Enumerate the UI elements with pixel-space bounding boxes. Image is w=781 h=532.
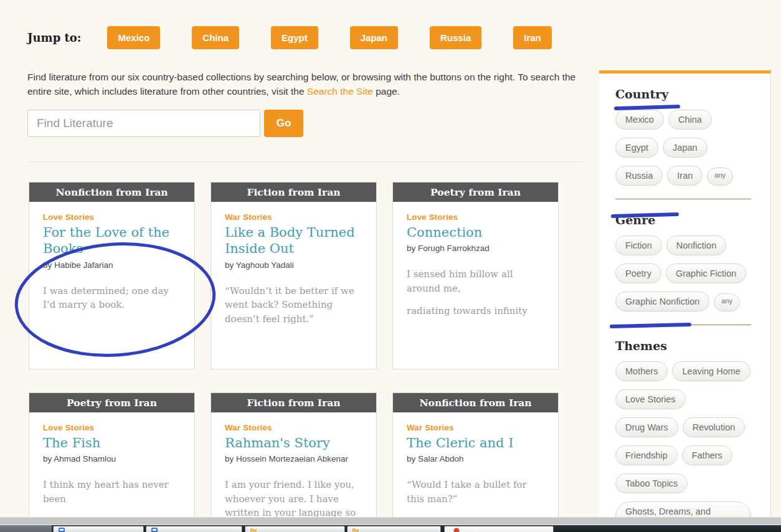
taskbar-button-folder-1[interactable]: [245, 526, 345, 532]
card-excerpt: I sensed him billow all around me, radia…: [407, 267, 544, 318]
red-app-icon: [453, 528, 460, 532]
literature-card: Nonfiction from Iran Love Stories For th…: [29, 182, 195, 369]
country-pill-egypt[interactable]: Egypt: [615, 138, 658, 158]
theme-tag[interactable]: War Stories: [225, 212, 362, 222]
theme-pill-love-stories[interactable]: Love Stories: [615, 389, 686, 409]
card-header: Nonfiction from Iran: [393, 393, 558, 412]
card-author: by Hossein Mortezaeian Abkenar: [225, 454, 362, 463]
theme-pill-leaving-home[interactable]: Leaving Home: [672, 361, 750, 381]
card-title-link[interactable]: Rahman's Story: [225, 435, 362, 452]
sidebar-divider: [615, 199, 751, 199]
card-excerpt: I think my heart has never been: [43, 478, 181, 506]
jump-button-egypt[interactable]: Egypt: [271, 26, 318, 49]
genre-pills: Fiction Nonfiction Poetry Graphic Fictio…: [615, 235, 755, 320]
theme-pills: Mothers Leaving Home Love Stories Drug W…: [615, 361, 755, 532]
card-author: by Ahmad Shamlou: [43, 454, 181, 463]
content-divider: [27, 161, 584, 162]
country-pill-iran[interactable]: Iran: [667, 166, 703, 186]
intro-paragraph: Find literature from our six country-bas…: [27, 70, 584, 99]
literature-card: Fiction from Iran War Stories Like a Bod…: [211, 182, 377, 369]
jump-button-iran[interactable]: Iran: [513, 26, 552, 49]
card-header: Fiction from Iran: [211, 183, 376, 202]
country-pill-japan[interactable]: Japan: [663, 138, 708, 158]
card-title-link[interactable]: Connection: [407, 224, 544, 241]
genre-pill-graphic-nonfiction[interactable]: Graphic Nonfiction: [615, 292, 709, 311]
jump-button-china[interactable]: China: [192, 26, 239, 49]
intro-text-before: Find literature from our six country-bas…: [27, 72, 575, 97]
country-pill-russia[interactable]: Russia: [615, 166, 663, 186]
browser-window-icon: [151, 528, 158, 532]
card-title-link[interactable]: For the Love of the Books: [43, 224, 181, 257]
card-title-link[interactable]: The Cleric and I: [407, 435, 544, 452]
jump-button-russia[interactable]: Russia: [430, 26, 481, 49]
main-content: Jump to: Mexico China Egypt Japan Russia…: [27, 0, 584, 532]
taskbar: [0, 525, 781, 532]
genre-pill-any[interactable]: any: [714, 293, 740, 311]
search-row: Go: [27, 110, 584, 137]
page: { "colors": { "accent_orange": "#F2951F"…: [0, 0, 781, 532]
card-excerpt: “Would I take a bullet for this man?”: [407, 478, 544, 506]
taskbar-button-folder-2[interactable]: [347, 526, 441, 532]
horizontal-scrollbar[interactable]: [0, 517, 781, 525]
theme-tag[interactable]: Love Stories: [43, 212, 181, 222]
jump-button-japan[interactable]: Japan: [350, 26, 398, 49]
theme-pill-fathers[interactable]: Fathers: [682, 445, 732, 465]
card-author: by Habibe Jafarian: [43, 260, 181, 270]
taskbar-button-browser-2[interactable]: [146, 526, 242, 532]
jump-to-label: Jump to:: [27, 31, 81, 44]
theme-pill-mothers[interactable]: Mothers: [615, 361, 668, 381]
filter-sidebar: Country Mexico China Egypt Japan Russia …: [599, 70, 771, 532]
taskbar-start-segment[interactable]: [0, 525, 52, 532]
search-input[interactable]: [27, 110, 260, 137]
card-header: Poetry from Iran: [393, 183, 558, 202]
theme-tag[interactable]: War Stories: [407, 423, 544, 432]
genre-heading: Genre: [615, 213, 755, 227]
card-header: Poetry from Iran: [29, 393, 194, 412]
jump-button-mexico[interactable]: Mexico: [107, 26, 160, 49]
literature-card: Poetry from Iran Love Stories Connection…: [392, 182, 559, 369]
literature-card: Nonfiction from Iran War Stories The Cle…: [392, 392, 559, 532]
card-title-link[interactable]: The Fish: [43, 435, 181, 452]
literature-card-grid: Nonfiction from Iran Love Stories For th…: [29, 182, 584, 532]
intro-text-after: page.: [373, 86, 400, 97]
genre-pill-fiction[interactable]: Fiction: [615, 235, 662, 255]
taskbar-button-red-app[interactable]: [444, 526, 554, 532]
folder-icon: [250, 528, 257, 532]
country-pill-china[interactable]: China: [668, 110, 712, 130]
literature-card: Fiction from Iran War Stories Rahman's S…: [211, 392, 377, 532]
browser-window-icon: [59, 528, 65, 532]
card-header: Fiction from Iran: [211, 393, 376, 412]
genre-pill-poetry[interactable]: Poetry: [615, 264, 661, 283]
theme-pill-drug-wars[interactable]: Drug Wars: [615, 417, 678, 437]
card-author: by Forugh Farrokhzad: [407, 244, 544, 253]
card-excerpt: I was determined; one day I’d marry a bo…: [43, 284, 181, 312]
theme-tag[interactable]: Love Stories: [407, 212, 544, 222]
literature-card: Poetry from Iran Love Stories The Fish b…: [29, 392, 195, 532]
jump-to-row: Jump to: Mexico China Egypt Japan Russia…: [27, 26, 584, 49]
genre-pill-graphic-fiction[interactable]: Graphic Fiction: [666, 264, 747, 283]
country-pills: Mexico China Egypt Japan Russia Iran any: [615, 110, 755, 194]
search-the-site-link[interactable]: Search the Site: [307, 86, 373, 97]
card-title-link[interactable]: Like a Body Turned Inside Out: [225, 224, 362, 257]
theme-pill-friendship[interactable]: Friendship: [615, 445, 678, 465]
country-heading: Country: [615, 87, 755, 101]
country-pill-mexico[interactable]: Mexico: [615, 110, 664, 130]
folder-icon: [353, 528, 359, 532]
card-header: Nonfiction from Iran: [29, 183, 194, 202]
theme-pill-revolution[interactable]: Revolution: [683, 417, 746, 437]
card-excerpt: “Wouldn’t it be better if we went back? …: [225, 284, 362, 326]
theme-pill-taboo-topics[interactable]: Taboo Topics: [615, 473, 688, 493]
card-author: by Salar Abdoh: [407, 454, 544, 463]
themes-heading: Themes: [615, 339, 755, 353]
go-button[interactable]: Go: [264, 110, 303, 137]
genre-pill-nonfiction[interactable]: Nonfiction: [666, 235, 726, 255]
taskbar-button-browser-1[interactable]: [53, 526, 144, 532]
theme-tag[interactable]: War Stories: [225, 423, 362, 432]
sidebar-divider: [615, 325, 751, 325]
theme-tag[interactable]: Love Stories: [43, 423, 181, 432]
country-pill-any[interactable]: any: [707, 168, 733, 186]
card-author: by Yaghoub Yadali: [225, 260, 362, 270]
jump-to-buttons: Mexico China Egypt Japan Russia Iran: [107, 26, 551, 49]
